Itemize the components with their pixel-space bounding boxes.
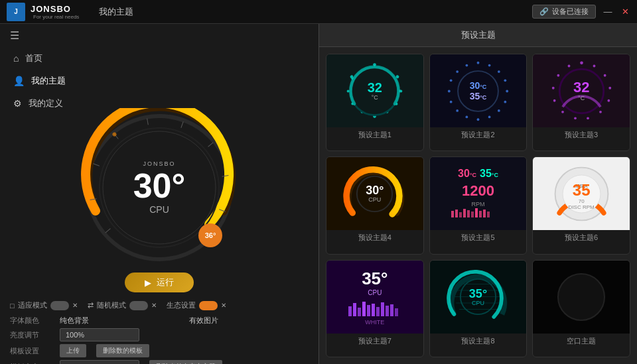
mini-gauge-center-4: 30° CPU <box>366 184 384 203</box>
svg-point-38 <box>450 100 453 103</box>
logo-area: J JONSBO For your real needs <box>7 3 79 21</box>
svg-rect-59 <box>451 211 454 217</box>
right-setting-toggle[interactable]: 生态设置 ✕ <box>167 300 226 310</box>
upload-button[interactable]: 上传 <box>60 344 86 357</box>
purple-temp: 35° <box>348 269 401 289</box>
gauge-cpu-label: CPU <box>133 204 186 215</box>
mini-label-6: 70DISC RPM <box>569 198 595 210</box>
gauge-small-temp-badge: 36° <box>198 223 222 247</box>
mini-temp-2a: 30°C <box>470 80 487 91</box>
hamburger-menu[interactable]: ☰ <box>0 24 318 47</box>
right-setting-switch[interactable] <box>199 301 218 310</box>
random-mode-toggle[interactable]: ⇄ 随机模式 ✕ <box>88 300 157 310</box>
right-setting-close[interactable]: ✕ <box>221 302 226 309</box>
theme-name-5: 预设主题5 <box>461 230 494 246</box>
mini-gauge-4: 30° CPU <box>343 162 406 225</box>
home-icon: ⌂ <box>13 53 19 64</box>
theme-item-4[interactable]: 30° CPU 预设主题4 <box>326 156 424 254</box>
minimize-button[interactable]: — <box>602 7 613 17</box>
svg-point-50 <box>587 117 589 119</box>
delete-template-button[interactable]: 删除数的模板 <box>96 344 149 357</box>
run-icon: ▶ <box>145 278 151 288</box>
empty-circle <box>555 271 608 324</box>
multi-info-display: 30°C 35°C 1200 RPM <box>448 164 508 223</box>
nav-home[interactable]: ⌂ 首页 <box>0 47 318 70</box>
purple-cpu-label: CPU <box>348 289 401 296</box>
svg-rect-76 <box>367 305 370 316</box>
svg-line-5 <box>147 119 149 125</box>
svg-rect-60 <box>455 210 458 217</box>
mini-label-3: °C <box>573 95 589 101</box>
theme-name-2: 预设主题2 <box>461 127 494 143</box>
brightness-input[interactable] <box>60 328 139 341</box>
svg-point-37 <box>456 109 459 112</box>
settings-toggle-row: □ 适应模式 ✕ ⇄ 随机模式 ✕ 生态设置 ✕ <box>0 298 318 313</box>
theme-item-7[interactable]: 35° CPU <box>326 260 424 357</box>
svg-point-35 <box>477 118 480 121</box>
svg-point-31 <box>506 90 508 92</box>
right-panel-title: 预设主题 <box>319 24 637 47</box>
mini-gauge-center-3: 32 °C <box>573 80 589 101</box>
svg-rect-67 <box>483 210 486 217</box>
device-connect-button[interactable]: 🔗 设备已连接 <box>532 5 596 19</box>
random-close[interactable]: ✕ <box>151 302 157 309</box>
svg-point-55 <box>557 74 559 76</box>
gauge-container: JONSBO 30° CPU 36° <box>0 108 318 267</box>
brightness-label: 亮度调节 <box>10 330 50 340</box>
svg-rect-79 <box>381 302 384 316</box>
mini-gauge-2: 30°C 35°C <box>447 60 510 123</box>
nav-home-label: 首页 <box>25 52 42 64</box>
theme-item-2[interactable]: 30°C 35°C 预设主题2 <box>429 54 528 151</box>
theme-preview-8: 35° CPU <box>430 261 527 334</box>
logo-icon: J <box>7 3 25 21</box>
theme-item-3[interactable]: 32 °C 预设主题3 <box>532 54 630 151</box>
multi-rpm: 1200 <box>451 182 504 200</box>
adaptive-label: 适应模式 <box>18 300 47 310</box>
theme-item-5[interactable]: 30°C 35°C 1200 RPM <box>429 156 528 254</box>
adaptive-close[interactable]: ✕ <box>72 302 78 309</box>
theme-name-3: 预设主题3 <box>565 127 598 143</box>
shuffle-icon: ⇄ <box>88 301 94 310</box>
close-button[interactable]: ✕ <box>620 7 630 17</box>
svg-rect-82 <box>395 308 398 316</box>
theme-preview-5: 30°C 35°C 1200 RPM <box>430 157 527 230</box>
mini-gauge-8: 35° CPU <box>447 265 510 328</box>
random-label: 随机模式 <box>97 300 126 310</box>
svg-point-28 <box>488 64 491 66</box>
svg-point-34 <box>488 115 491 118</box>
adaptive-switch[interactable] <box>50 301 69 310</box>
nav-my-themes[interactable]: 👤 我的主题 <box>0 70 318 92</box>
mini-gauge-6: MSIX 35 70DISC RPM <box>550 162 613 225</box>
custom-row: 模板定义 删除当前自定义主题 <box>10 360 309 364</box>
svg-point-52 <box>561 110 564 113</box>
theme-grid: 32 °C 预设主题1 <box>319 47 637 364</box>
random-switch[interactable] <box>129 301 148 310</box>
multi-temp-b: 35°C <box>480 168 498 180</box>
mini-label-1: °C <box>368 94 382 101</box>
brand-tagline: For your real needs <box>33 14 79 20</box>
mini-gauge-center-2: 30°C 35°C <box>470 80 487 101</box>
mini-temp-8: 35° <box>469 288 487 300</box>
adaptive-mode-toggle[interactable]: □ 适应模式 ✕ <box>10 300 78 310</box>
svg-point-54 <box>552 86 555 89</box>
run-button-area: ▶ 运行 <box>0 267 318 298</box>
svg-point-39 <box>448 90 451 92</box>
theme-item-6[interactable]: MSIX 35 70DISC RPM 预设主题6 <box>532 156 630 254</box>
svg-rect-65 <box>475 208 478 217</box>
run-button[interactable]: ▶ 运行 <box>125 273 194 292</box>
svg-line-6 <box>181 121 183 127</box>
mini-gauge-center-8: 35° CPU <box>469 288 487 306</box>
delete-custom-button[interactable]: 删除当前自定义主题 <box>149 360 222 364</box>
svg-point-33 <box>498 109 500 112</box>
theme-item-1[interactable]: 32 °C 预设主题1 <box>326 54 424 151</box>
font-color-value: 纯色背景 <box>60 316 179 326</box>
mini-gauge-center-1: 32 °C <box>368 81 382 101</box>
svg-point-41 <box>456 70 459 73</box>
custom-input[interactable] <box>60 360 139 364</box>
theme-item-8[interactable]: 35° CPU 预设主题8 <box>429 260 528 357</box>
theme-item-9[interactable]: 空口主题 <box>532 260 630 357</box>
theme-preview-7: 35° CPU <box>326 261 423 334</box>
svg-point-42 <box>465 64 468 66</box>
svg-point-40 <box>450 79 453 82</box>
svg-line-3 <box>93 164 99 166</box>
